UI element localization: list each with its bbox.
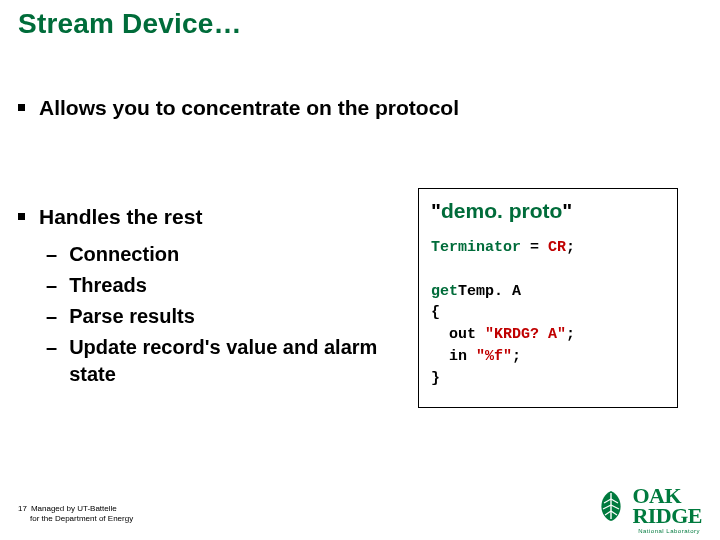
code-value: CR — [548, 239, 566, 256]
sub-bullet-list: – Connection – Threads – Parse results –… — [46, 241, 388, 388]
left-column: Handles the rest – Connection – Threads … — [18, 203, 388, 387]
bullet-dot-icon — [18, 104, 25, 111]
dash-icon: – — [46, 241, 57, 268]
sub-bullet-item: – Connection — [46, 241, 388, 268]
code-text: ; — [566, 239, 575, 256]
code-brace: } — [431, 370, 440, 387]
code-text: Temp. A — [458, 283, 521, 300]
code-box-title: "demo. proto" — [431, 199, 665, 223]
code-text: = — [521, 239, 548, 256]
sub-bullet-text: Threads — [69, 272, 147, 299]
bullet-text: Handles the rest — [39, 203, 202, 230]
code-box: "demo. proto" Terminator = CR; getTemp. … — [418, 188, 678, 408]
code-keyword: Terminator — [431, 239, 521, 256]
bullet-item: Allows you to concentrate on the protoco… — [18, 94, 702, 121]
leaf-icon — [596, 489, 626, 523]
proto-filename: demo. proto — [441, 199, 562, 222]
sub-bullet-text: Parse results — [69, 303, 195, 330]
dash-icon: – — [46, 334, 57, 361]
sub-bullet-item: – Update record's value and alarm state — [46, 334, 388, 388]
oak-ridge-logo: OAK RIDGE — [596, 486, 702, 526]
dash-icon: – — [46, 303, 57, 330]
code-text: out — [431, 326, 485, 343]
quote: " — [562, 199, 572, 222]
quote: " — [431, 199, 441, 222]
logo-text-2: RIDGE — [632, 503, 702, 528]
code-text: ; — [512, 348, 521, 365]
bullet-text: Allows you to concentrate on the protoco… — [39, 94, 459, 121]
sub-bullet-item: – Threads — [46, 272, 388, 299]
logo-text-block: OAK RIDGE — [626, 486, 702, 526]
code-listing: Terminator = CR; getTemp. A { out "KRDG?… — [431, 237, 665, 389]
footer: 17Managed by UT-Battelle for the Departm… — [18, 504, 133, 524]
sub-bullet-item: – Parse results — [46, 303, 388, 330]
bullet-dot-icon — [18, 213, 25, 220]
code-string: "KRDG? A" — [485, 326, 566, 343]
sub-bullet-text: Update record's value and alarm state — [69, 334, 388, 388]
footer-line-2: for the Department of Energy — [30, 514, 133, 523]
sub-bullet-text: Connection — [69, 241, 179, 268]
code-text: in — [431, 348, 476, 365]
slide: { "title": "Stream Device…", "bullets": … — [0, 0, 720, 540]
code-brace: { — [431, 304, 440, 321]
dash-icon: – — [46, 272, 57, 299]
logo-subtitle: National Laboratory — [638, 528, 700, 534]
slide-title: Stream Device… — [18, 8, 242, 40]
code-text: ; — [566, 326, 575, 343]
code-keyword: get — [431, 283, 458, 300]
footer-line-1: Managed by UT-Battelle — [31, 504, 117, 513]
bullet-item: Handles the rest — [18, 203, 388, 230]
code-string: "%f" — [476, 348, 512, 365]
page-number: 17 — [18, 504, 27, 514]
